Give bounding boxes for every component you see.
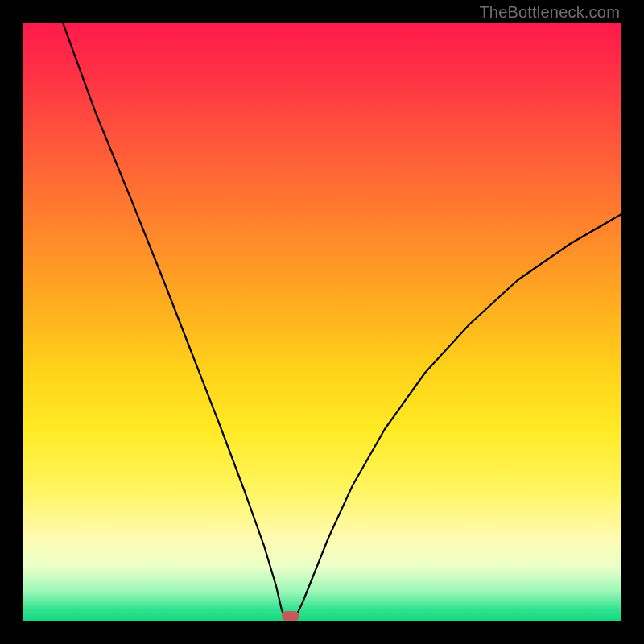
chart-frame: TheBottleneck.com [0,0,644,644]
optimum-marker [282,611,299,621]
watermark-text: TheBottleneck.com [479,3,620,22]
bottleneck-curve [23,23,621,621]
gradient-plot-area [23,23,621,621]
